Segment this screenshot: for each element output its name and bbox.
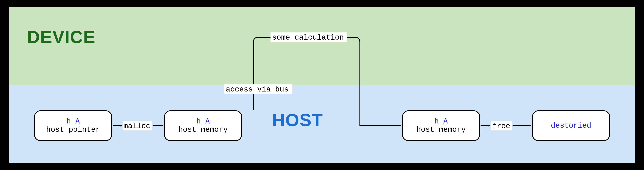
node-host-pointer-sub: host pointer: [46, 126, 100, 134]
device-region-title: DEVICE: [27, 27, 96, 47]
node-host-memory-1: h_A host memory: [164, 110, 242, 141]
node-host-memory-1-var: h_A: [196, 117, 210, 126]
device-region: DEVICE: [9, 7, 635, 85]
node-host-memory-2-sub: host memory: [416, 126, 466, 134]
node-destroyed: destoried: [532, 110, 610, 141]
node-host-memory-2-var: h_A: [434, 117, 448, 126]
node-destroyed-var: destoried: [551, 122, 591, 130]
diagram-canvas: DEVICE HOST h_A host pointer h_A host me…: [0, 0, 644, 170]
node-host-memory-1-sub: host memory: [178, 126, 228, 134]
node-host-memory-2: h_A host memory: [402, 110, 480, 141]
host-region-title: HOST: [272, 110, 323, 130]
node-host-pointer-var: h_A: [66, 117, 80, 126]
node-host-pointer: h_A host pointer: [34, 110, 112, 141]
